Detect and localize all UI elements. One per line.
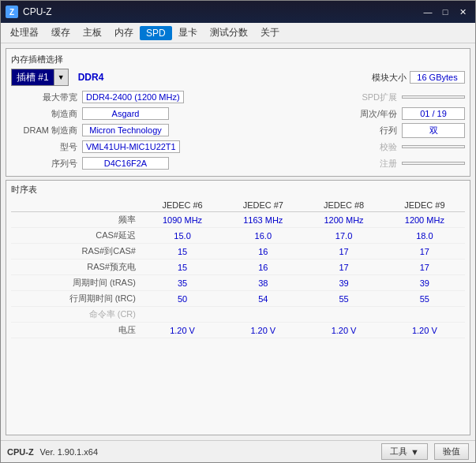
model-value: VML41UH-MIC1U22T1 [82, 140, 180, 153]
row-col-value: 双 [402, 123, 465, 138]
menu-item-显卡[interactable]: 显卡 [172, 24, 204, 41]
timing-row: 周期时间 (tRAS)35383939 [11, 275, 465, 291]
timing-cell: 38 [223, 275, 303, 291]
footer-version: Ver. 1.90.1.x64 [40, 447, 98, 457]
timing-row-label: 命令率 (CR) [11, 307, 142, 323]
timing-cell: 16 [223, 244, 303, 260]
timing-cell: 18.0 [384, 228, 465, 244]
spd-row-manufacturer: 制造商 Asgard 周次/年份 01 / 19 [11, 106, 465, 121]
timing-col-jedec8: JEDEC #8 [303, 199, 384, 212]
spd-row-bandwidth: 最大带宽 DDR4-2400 (1200 MHz) SPD扩展 [11, 89, 465, 105]
timing-table: JEDEC #6 JEDEC #7 JEDEC #8 JEDEC #9 频率10… [11, 199, 465, 338]
slot-label: 插槽 #1 [12, 69, 54, 85]
tools-label: 工具 [390, 446, 407, 457]
timing-cell: 16.0 [223, 228, 303, 244]
timing-cell: 1163 MHz [223, 212, 303, 228]
timing-cell: 1200 MHz [384, 212, 465, 228]
manufacturer-label: 制造商 [11, 108, 82, 120]
row-col-label: 行列 [331, 125, 402, 136]
timing-cell: 1.20 V [223, 323, 303, 338]
timing-row-label: 行周期时间 (tRC) [11, 291, 142, 307]
timing-row: RAS#预充电15161717 [11, 260, 465, 275]
window-title: CPU-Z [23, 6, 52, 17]
timing-col-jedec7: JEDEC #7 [223, 199, 303, 212]
menu-item-关于[interactable]: 关于 [254, 24, 286, 41]
timing-cell [223, 307, 303, 323]
dram-manufacturer-label: DRAM 制造商 [11, 125, 82, 136]
serial-label: 序列号 [11, 158, 82, 170]
tools-dropdown-arrow: ▼ [410, 447, 419, 457]
timing-row-label: RAS#到CAS# [11, 244, 142, 260]
timing-cell: 17 [303, 244, 384, 260]
timing-cell [142, 307, 223, 323]
menu-item-SPD[interactable]: SPD [140, 26, 172, 40]
spd-section: 内存插槽选择 插槽 #1 ▼ DDR4 模块大小 16 GBytes 最大带宽 … [6, 48, 470, 177]
menu-item-测试分数[interactable]: 测试分数 [204, 24, 254, 41]
maximize-button[interactable]: □ [437, 6, 453, 18]
slot-selector-row: 插槽 #1 ▼ DDR4 模块大小 16 GBytes [11, 69, 465, 86]
week-year-value: 01 / 19 [402, 107, 465, 120]
validate-label: 验值 [443, 446, 460, 457]
slot-dropdown-arrow[interactable]: ▼ [54, 69, 68, 85]
bandwidth-label: 最大带宽 [11, 91, 82, 103]
module-size-label: 模块大小 [372, 72, 407, 84]
parity-value [402, 145, 465, 148]
menu-item-主板[interactable]: 主板 [77, 24, 108, 41]
timing-cell: 1.20 V [303, 323, 384, 338]
menu-item-内存[interactable]: 内存 [108, 24, 140, 41]
timing-row: RAS#到CAS#15161717 [11, 244, 465, 260]
spd-section-title: 内存插槽选择 [11, 54, 465, 65]
timing-row-label: CAS#延迟 [11, 228, 142, 244]
title-bar: Z CPU-Z — □ ✕ [1, 1, 475, 23]
timing-section-title: 时序表 [11, 184, 465, 196]
timing-section: 时序表 JEDEC #6 JEDEC #7 JEDEC #8 JEDEC #9 … [6, 180, 470, 435]
main-window: Z CPU-Z — □ ✕ 处理器缓存主板内存SPD显卡测试分数关于 内存插槽选… [0, 0, 476, 463]
parity-label: 校验 [331, 141, 402, 153]
tools-button[interactable]: 工具 ▼ [381, 443, 428, 460]
timing-cell: 15 [142, 244, 223, 260]
footer-bar: CPU-Z Ver. 1.90.1.x64 工具 ▼ 验值 [1, 440, 475, 462]
week-year-label: 周次/年份 [331, 108, 402, 120]
timing-row: 命令率 (CR) [11, 307, 465, 323]
content-area: 内存插槽选择 插槽 #1 ▼ DDR4 模块大小 16 GBytes 最大带宽 … [1, 43, 475, 440]
app-icon: Z [6, 6, 18, 18]
timing-row: CAS#延迟15.016.017.018.0 [11, 228, 465, 244]
ddr-type-label: DDR4 [72, 72, 111, 83]
manufacturer-value: Asgard [82, 107, 169, 120]
timing-cell [384, 307, 465, 323]
menu-item-缓存[interactable]: 缓存 [45, 24, 77, 41]
timing-cell: 17 [384, 244, 465, 260]
spd-row-serial: 序列号 D4C16F2A 注册 [11, 155, 465, 171]
timing-row-label: 电压 [11, 323, 142, 338]
timing-cell: 55 [384, 291, 465, 307]
spd-ext-value [402, 95, 465, 99]
timing-cell: 39 [303, 275, 384, 291]
spd-row-model: 型号 VML41UH-MIC1U22T1 校验 [11, 139, 465, 155]
timing-row-label: RAS#预充电 [11, 260, 142, 275]
dram-manufacturer-value: Micron Technology [82, 124, 169, 136]
spd-row-dram: DRAM 制造商 Micron Technology 行列 双 [11, 122, 465, 138]
timing-cell: 15 [142, 260, 223, 275]
close-button[interactable]: ✕ [455, 6, 470, 18]
timing-cell [303, 307, 384, 323]
model-label: 型号 [11, 141, 82, 153]
menu-item-处理器[interactable]: 处理器 [4, 24, 45, 41]
timing-cell: 17.0 [303, 228, 384, 244]
minimize-button[interactable]: — [420, 6, 436, 18]
spd-info-rows: 最大带宽 DDR4-2400 (1200 MHz) SPD扩展 制造商 Asga… [11, 89, 465, 171]
timing-row-label: 周期时间 (tRAS) [11, 275, 142, 291]
timing-cell: 55 [303, 291, 384, 307]
timing-row: 电压1.20 V1.20 V1.20 V1.20 V [11, 323, 465, 338]
validate-button[interactable]: 验值 [434, 443, 469, 460]
registered-label: 注册 [331, 158, 402, 170]
timing-cell: 1.20 V [384, 323, 465, 338]
window-controls: — □ ✕ [420, 6, 470, 18]
timing-row: 行周期时间 (tRC)50545555 [11, 291, 465, 307]
timing-row-label: 频率 [11, 212, 142, 228]
bandwidth-value: DDR4-2400 (1200 MHz) [82, 91, 184, 103]
timing-col-jedec6: JEDEC #6 [142, 199, 223, 212]
slot-selector[interactable]: 插槽 #1 ▼ [11, 69, 69, 86]
timing-col-label [11, 199, 142, 212]
footer-logo: CPU-Z [7, 447, 34, 457]
timing-col-jedec9: JEDEC #9 [384, 199, 465, 212]
